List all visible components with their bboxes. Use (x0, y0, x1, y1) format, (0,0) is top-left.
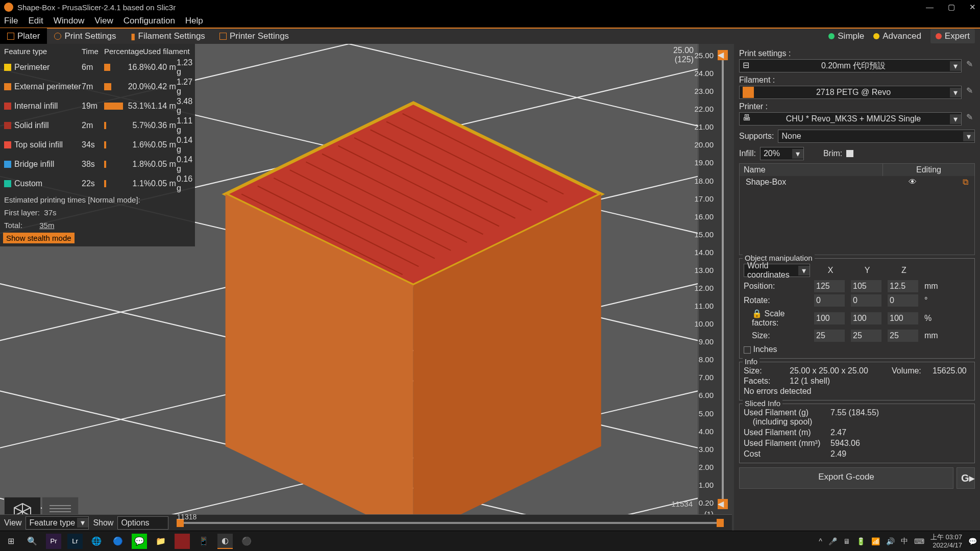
filament-select[interactable]: 2718 PETG @ Revo▾ (739, 86, 962, 99)
edit-filament-icon[interactable]: ✎ (964, 85, 975, 96)
notifications-icon[interactable]: 💬 (968, 537, 977, 545)
pos-z[interactable] (888, 280, 918, 292)
size-x[interactable] (814, 330, 845, 342)
tab-plater[interactable]: Plater (0, 28, 47, 44)
menu-configuration[interactable]: Configuration (124, 16, 175, 26)
slider-handle-bottom[interactable]: ◀ (718, 499, 728, 509)
premiere-icon[interactable]: Pr (46, 534, 61, 549)
rot-z[interactable] (888, 294, 918, 307)
print-settings-select[interactable]: ⊟ 0.20mm 代印預設▾ (739, 59, 962, 72)
tray-battery-icon[interactable]: 🔋 (856, 537, 865, 545)
toolbar: Plater Print Settings ▮Filament Settings… (0, 28, 980, 44)
export-menu-button[interactable]: G▸ (957, 467, 975, 489)
maximize-button[interactable]: ▢ (948, 3, 955, 12)
edit-print-icon[interactable]: ✎ (964, 58, 975, 69)
line-icon[interactable]: 💬 (132, 534, 147, 549)
app-icon (4, 3, 13, 12)
scale-x[interactable] (814, 312, 845, 324)
clock[interactable]: 上午 03:072022/4/17 (930, 533, 962, 549)
col-feature: Feature type (4, 47, 82, 56)
coords-select[interactable]: World coordinates▾ (744, 264, 810, 277)
3d-viewport[interactable]: Feature type Time Percentage Used filame… (0, 44, 698, 531)
obs-icon[interactable]: ⚫ (239, 534, 254, 549)
explorer-icon[interactable]: 📁 (153, 534, 168, 549)
hslider-handle-right[interactable] (717, 519, 724, 527)
object-row[interactable]: Shape-Box 👁 ⧉ (740, 176, 974, 188)
legend-row[interactable]: Bridge infill38s1.8%0.05 m0.14 g (2, 155, 193, 174)
legend-row[interactable]: Internal infill19m53.1%1.14 m3.48 g (2, 96, 193, 116)
pos-x[interactable] (814, 280, 845, 292)
menu-help[interactable]: Help (185, 16, 203, 26)
legend-row[interactable]: Solid infill2m5.7%0.36 m1.11 g (2, 116, 193, 135)
scale-y[interactable] (851, 312, 881, 324)
legend-row[interactable]: Custom22s1.1%0.05 m0.16 g (2, 174, 193, 193)
filament-color-swatch (743, 87, 754, 98)
legend-row[interactable]: Perimeter6m16.8%0.40 m1.23 g (2, 58, 193, 77)
supports-select[interactable]: None▾ (778, 130, 975, 143)
view-select[interactable]: Feature type▾ (26, 516, 89, 530)
tray-ime[interactable]: 中 (901, 537, 908, 546)
app-icon-2[interactable] (175, 534, 190, 549)
close-button[interactable]: ✕ (969, 3, 976, 12)
printer-icon: 🖶 (743, 113, 754, 124)
chrome-icon[interactable]: 🌐 (89, 534, 104, 549)
start-button[interactable]: ⊞ (3, 534, 18, 549)
object-list: Name Editing Shape-Box 👁 ⧉ (739, 163, 975, 255)
app-icon-3[interactable]: 📱 (196, 534, 211, 549)
bottom-toolbar: View Feature type▾ Show Options 11318 (0, 514, 732, 531)
tab-filament-settings[interactable]: ▮Filament Settings (124, 28, 212, 44)
layers-icon: ⊟ (743, 60, 754, 71)
feature-legend-panel: Feature type Time Percentage Used filame… (0, 44, 195, 246)
rot-y[interactable] (851, 294, 881, 307)
edit-object-icon[interactable]: ⧉ (963, 178, 968, 187)
show-select[interactable]: Options (117, 516, 168, 530)
windows-taskbar: ⊞ 🔍 Pr Lr 🌐 🔵 💬 📁 📱 ◐ ⚫ ^ 🎤 🖥 🔋 📶 🔊 中 ⌨ … (0, 531, 980, 551)
mode-advanced[interactable]: Advanced (873, 31, 921, 41)
layer-slider[interactable]: ◀ ◀ 25.0024.0023.0022.0021.0020.0019.001… (698, 44, 734, 531)
prusaslicer-taskbar-icon[interactable]: ◐ (217, 534, 233, 549)
minimize-button[interactable]: — (926, 3, 934, 12)
infill-select[interactable]: 20%▾ (760, 147, 804, 160)
size-y[interactable] (851, 330, 881, 342)
mode-expert[interactable]: Expert (930, 29, 975, 43)
titlebar: Shape-Box - PrusaSlicer-2.4.1 based on S… (0, 0, 980, 14)
horizontal-slider[interactable]: 11318 (177, 522, 724, 524)
col-pct: Percentage (104, 47, 143, 56)
size-z[interactable] (888, 330, 918, 342)
rot-x[interactable] (814, 294, 845, 307)
menu-view[interactable]: View (94, 16, 113, 26)
inches-checkbox[interactable] (744, 346, 751, 354)
slider-end-value: 11534 (671, 499, 693, 508)
col-time: Time (82, 47, 104, 56)
lightroom-icon[interactable]: Lr (67, 534, 83, 549)
window-title: Shape-Box - PrusaSlicer-2.4.1 based on S… (17, 3, 176, 12)
mode-simple[interactable]: Simple (828, 31, 864, 41)
legend-row[interactable]: External perimeter7m20.0%0.42 m1.27 g (2, 77, 193, 96)
pos-y[interactable] (851, 280, 881, 292)
tray-up-icon[interactable]: ^ (819, 537, 822, 545)
edit-printer-icon[interactable]: ✎ (964, 111, 975, 122)
search-icon[interactable]: 🔍 (24, 534, 40, 549)
slider-handle-top[interactable]: ◀ (718, 50, 728, 60)
show-stealth-button[interactable]: Show stealth mode (3, 233, 75, 243)
est-times-label: Estimated printing times [Normal mode]: (2, 193, 193, 206)
scale-z[interactable] (888, 312, 918, 324)
brim-checkbox[interactable] (846, 150, 853, 157)
col-used: Used filament (143, 47, 194, 56)
menu-window[interactable]: Window (54, 16, 84, 26)
tray-keyboard-icon[interactable]: ⌨ (914, 537, 924, 545)
menu-file[interactable]: File (4, 16, 18, 26)
tab-printer-settings[interactable]: Printer Settings (212, 28, 296, 44)
export-gcode-button[interactable]: Export G-code (739, 467, 953, 489)
menu-edit[interactable]: Edit (28, 16, 43, 26)
app-icon-1[interactable]: 🔵 (110, 534, 126, 549)
tray-display-icon[interactable]: 🖥 (843, 537, 850, 545)
tray-wifi-icon[interactable]: 📶 (871, 537, 880, 545)
right-panel: Print settings : ⊟ 0.20mm 代印預設▾ ✎ Filame… (734, 44, 980, 531)
tray-volume-icon[interactable]: 🔊 (886, 537, 895, 545)
tray-mic-icon[interactable]: 🎤 (828, 537, 837, 545)
printer-select[interactable]: 🖶 CHU * Revo_MK3S + MMU2S Single▾ (739, 112, 962, 126)
tab-print-settings[interactable]: Print Settings (47, 28, 123, 44)
visibility-icon[interactable]: 👁 (909, 178, 917, 187)
legend-row[interactable]: Top solid infill34s1.6%0.05 m0.14 g (2, 135, 193, 155)
